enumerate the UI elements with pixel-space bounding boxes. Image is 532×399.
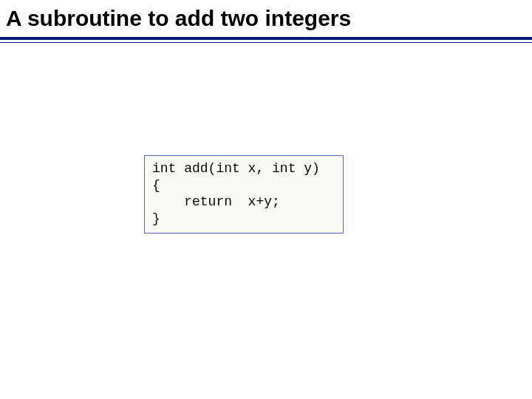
code-snippet: int add(int x, int y) { return x+y; } [152, 160, 335, 227]
title-rule-thick [0, 37, 532, 40]
title-rule-thin [0, 42, 532, 43]
slide-title: A subroutine to add two integers [6, 6, 351, 31]
code-box: int add(int x, int y) { return x+y; } [144, 155, 344, 233]
slide: A subroutine to add two integers int add… [0, 0, 532, 399]
